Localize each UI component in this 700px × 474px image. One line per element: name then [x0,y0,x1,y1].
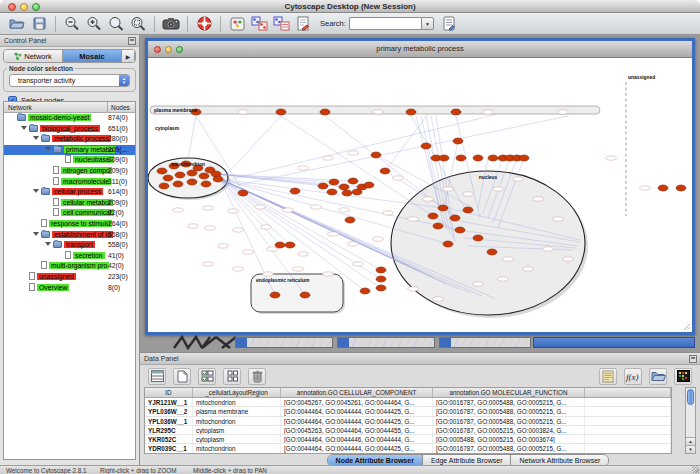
tree-row[interactable]: secretion41(0) [4,251,135,262]
canvas-resize-grip[interactable] [684,324,690,330]
formula-icon[interactable]: f(x) [624,368,642,385]
network-canvas[interactable]: plasma membranecytoplasmmitochondrionnuc… [148,58,692,332]
unselect-attributes-icon[interactable] [223,368,241,385]
network-node[interactable] [173,181,183,187]
network-node[interactable] [451,109,461,115]
network-node[interactable] [473,155,483,161]
scroll-down-icon[interactable]: ▼ [686,445,695,453]
float-panel-icon[interactable] [689,355,697,363]
network-node[interactable] [352,189,362,195]
tree-row[interactable]: transport558(0) [4,240,135,251]
background-window-sliver-graphic[interactable] [172,334,238,350]
tree-row[interactable]: nucleobase-209(0) [4,155,135,166]
heatmap-icon[interactable] [674,368,692,385]
network-node[interactable] [300,292,310,298]
table-scrollbar[interactable]: ▲ ▼ [685,387,696,454]
network-node[interactable] [463,207,473,213]
table-cell[interactable]: [GO:0016787, GO:0005488, GO:0005215, G..… [433,444,585,452]
table-cell[interactable] [585,398,671,406]
network-node[interactable] [438,205,448,211]
import-table-icon[interactable] [270,14,292,34]
table-cell[interactable]: YKR052C [145,435,193,443]
view-window-titlebar[interactable]: primary metabolic process [148,41,692,58]
resize-grip[interactable] [692,466,699,473]
network-node[interactable] [275,242,285,248]
table-cell[interactable]: YJR121W__1 [145,398,193,406]
save-icon[interactable] [28,14,50,34]
network-node[interactable] [318,183,328,189]
tree-row[interactable]: metabolic process280(0) [4,134,135,145]
tree-row[interactable]: unassigned223(0) [4,272,135,283]
table-cell[interactable] [585,435,671,443]
search-input[interactable] [349,17,421,30]
table-column-header[interactable]: ID [145,388,193,397]
network-edge[interactable] [188,116,196,158]
help-icon[interactable] [193,14,215,34]
table-cell[interactable]: [GO:0016787, GO:0005488, GO:0005215, G..… [433,407,585,415]
tab-network[interactable]: Network [4,50,63,62]
network-node[interactable] [159,183,169,189]
network-graph[interactable]: plasma membranecytoplasmmitochondrionnuc… [148,58,692,332]
background-window-sliver[interactable] [235,337,333,348]
table-row[interactable]: YLR295Ccytoplasm[GO:0045263, GO:0044464,… [145,426,671,435]
cytopanel-icon[interactable] [226,14,248,34]
network-node[interactable] [163,175,173,181]
table-cell[interactable]: cytoplasm [193,435,281,443]
table-cell[interactable] [585,417,671,425]
search-options-icon[interactable] [438,14,460,34]
table-cell[interactable]: [GO:0045263, GO:0044464, GO:0044455, G..… [281,426,433,434]
tree-expand-icon[interactable] [33,189,39,193]
network-node[interactable] [238,190,248,196]
import-attribute-icon[interactable] [649,368,667,385]
table-column-header[interactable]: annotation.GO CELLULAR_COMPONENT [281,388,433,397]
tree-row[interactable]: establishment of lo558(0) [4,230,135,241]
network-node[interactable] [450,215,460,221]
select-attributes-icon[interactable] [198,368,216,385]
network-edge[interactable] [228,116,281,173]
tree-expand-icon[interactable] [45,147,51,151]
tree-expand-icon[interactable] [33,136,39,140]
network-node[interactable] [455,227,465,233]
table-row[interactable]: YDR039C__1mitochondrion[GO:0044464, GO:0… [145,444,671,453]
network-node[interactable] [345,217,355,223]
network-node[interactable] [376,267,386,273]
table-cell[interactable]: [GO:0016787, GO:0005488, GO:0005215, G..… [433,417,585,425]
network-node[interactable] [487,249,497,255]
tree-expand-icon[interactable] [21,126,27,130]
network-node[interactable] [380,168,390,174]
network-node[interactable] [439,155,449,161]
table-cell[interactable]: mitochondrion [193,444,281,452]
network-node[interactable] [376,285,386,291]
attribute-batch-icon[interactable] [599,368,617,385]
table-cell[interactable]: [GO:0044464, GO:0044444, GO:0044425, G..… [281,417,433,425]
tree-expand-icon[interactable] [33,232,39,236]
window-titlebar[interactable]: Cytoscape Desktop (New Session) [0,0,700,13]
annotation-icon[interactable] [292,14,314,34]
network-node[interactable] [360,288,370,294]
network-node[interactable] [433,223,443,229]
table-column-header[interactable]: _cellularLayoutRegion [193,388,281,397]
network-node[interactable] [658,185,668,191]
scrollbar-thumb[interactable] [687,389,694,405]
tree-expand-icon[interactable] [45,242,51,246]
table-cell[interactable]: mitochondrion [193,398,281,406]
network-node[interactable] [290,188,300,194]
network-node[interactable] [276,109,286,115]
network-node[interactable] [187,170,197,176]
table-cell[interactable]: [GO:0016787, GO:0005488, GO:0005215, G..… [433,398,585,406]
network-node[interactable] [157,168,167,174]
tree-row[interactable]: cellular process614(0) [4,187,135,198]
tree-row[interactable]: multi-organism pro42(0) [4,261,135,272]
network-node[interactable] [327,189,337,195]
network-node[interactable] [443,241,453,247]
zoom-selected-icon[interactable] [105,14,127,34]
table-cell[interactable] [585,407,671,415]
attribute-table-icon[interactable] [148,368,166,385]
table-cell[interactable]: YDR039C__1 [145,444,193,452]
float-panel-icon[interactable] [128,37,136,45]
import-network-icon[interactable] [248,14,270,34]
delete-attribute-icon[interactable] [248,368,266,385]
tree-row[interactable]: nitrogen compo209(0) [4,166,135,177]
tree-row[interactable]: mosaic-demo-yeast874(0) [4,113,135,124]
table-row[interactable]: YJR121W__1mitochondrion[GO:0045267, GO:0… [145,398,671,407]
